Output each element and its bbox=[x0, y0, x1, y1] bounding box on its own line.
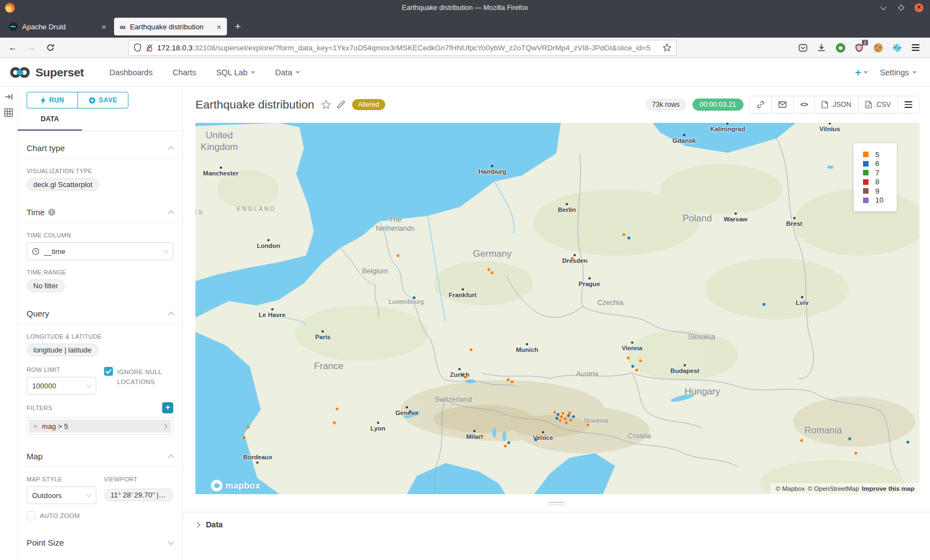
pocket-icon[interactable] bbox=[797, 42, 808, 53]
city-dot bbox=[267, 239, 270, 241]
section-map[interactable]: Map bbox=[27, 435, 173, 466]
edit-pencil-icon[interactable] bbox=[337, 100, 345, 109]
map-country-label: The Netherlands bbox=[376, 215, 415, 234]
time-column-select[interactable]: __time bbox=[27, 242, 173, 260]
earthquake-point bbox=[480, 435, 483, 438]
map-country-label: Germany bbox=[473, 248, 512, 260]
map-style-select[interactable]: Outdoors bbox=[27, 486, 96, 504]
remove-filter-icon[interactable]: × bbox=[33, 422, 38, 431]
tab-close-icon[interactable]: × bbox=[101, 23, 106, 31]
filter-chip[interactable]: × mag > 5 bbox=[29, 419, 171, 433]
earthquake-point bbox=[413, 297, 416, 299]
tab-close-icon[interactable]: × bbox=[216, 23, 221, 31]
lonlat-value[interactable]: longitude | latitude bbox=[27, 344, 98, 356]
back-button[interactable]: ← bbox=[6, 40, 20, 55]
earthquake-point bbox=[487, 268, 490, 271]
ignore-null-label: IGNORE NULL LOCATIONS bbox=[117, 367, 174, 387]
privacy-badger-extension-icon[interactable] bbox=[835, 42, 846, 53]
nav-item-charts[interactable]: Charts bbox=[163, 58, 206, 87]
view-query-button[interactable]: <> bbox=[794, 96, 815, 113]
favorite-star-icon[interactable] bbox=[321, 100, 331, 110]
section-query[interactable]: Query bbox=[27, 292, 173, 324]
osm-attribution-link[interactable]: © OpenStreetMap bbox=[808, 485, 859, 492]
improve-map-link[interactable]: Improve this map bbox=[862, 485, 914, 492]
panel-resize-handle[interactable] bbox=[548, 502, 565, 505]
bookmark-star-icon[interactable] bbox=[663, 43, 671, 52]
ublock-extension-icon[interactable]: 2 bbox=[854, 42, 865, 53]
legend-item[interactable]: 7 bbox=[863, 168, 897, 178]
map-country-label: Czechia bbox=[597, 298, 623, 307]
nav-item-dashboards[interactable]: Dashboards bbox=[99, 58, 162, 87]
viz-type-value[interactable]: deck.gl Scatterplot bbox=[27, 178, 99, 191]
new-tab-button[interactable]: + bbox=[229, 20, 246, 33]
filter-value: mag > 5 bbox=[42, 422, 68, 431]
new-item-button[interactable]: + bbox=[855, 66, 867, 79]
insecure-lock-icon[interactable] bbox=[146, 44, 153, 52]
section-point-size[interactable]: Point Size bbox=[27, 520, 173, 553]
chart-menu-button[interactable] bbox=[898, 96, 919, 113]
add-filter-button[interactable]: + bbox=[162, 402, 173, 413]
shield-icon[interactable] bbox=[133, 43, 142, 52]
auto-zoom-checkbox[interactable] bbox=[27, 511, 35, 520]
datasource-grid-icon[interactable] bbox=[4, 108, 13, 117]
chevron-right-icon[interactable] bbox=[162, 423, 168, 429]
mapbox-attribution-link[interactable]: © Mapbox bbox=[776, 485, 805, 492]
window-maximize-button[interactable] bbox=[897, 3, 906, 12]
export-json-button[interactable]: .JSON bbox=[815, 96, 859, 113]
export-button-group: <> .JSON .CSV bbox=[750, 96, 919, 113]
copy-link-button[interactable] bbox=[750, 96, 772, 113]
earthquake-point bbox=[397, 255, 400, 257]
ignore-null-checkbox[interactable] bbox=[104, 367, 113, 376]
cookie-extension-icon[interactable] bbox=[872, 42, 884, 53]
envelope-icon bbox=[778, 101, 787, 108]
legend-item[interactable]: 8 bbox=[863, 178, 897, 187]
deckgl-scatter-map[interactable]: United KingdomENGLANDESThe NetherlandsBe… bbox=[195, 123, 919, 494]
export-csv-button[interactable]: .CSV bbox=[859, 96, 898, 113]
lonlat-label: LONGITUDE & LATITUDE bbox=[27, 333, 173, 340]
mapbox-logo[interactable]: mapbox bbox=[211, 480, 260, 491]
viewport-value[interactable]: 11° 28' 29.70" | 50... bbox=[104, 489, 174, 501]
legend-swatch bbox=[863, 170, 869, 175]
time-column-label: TIME COLUMN bbox=[27, 232, 173, 238]
map-city-label: Lviv bbox=[796, 299, 809, 306]
browser-tab-apache-druid[interactable]: Apache Druid × bbox=[3, 18, 112, 35]
browser-tab-earthquake-distribution[interactable]: ∞ Earthquake distribution × bbox=[114, 18, 227, 35]
section-chart-type[interactable]: Chart type bbox=[27, 131, 173, 158]
section-time[interactable]: Timei bbox=[27, 191, 173, 222]
map-city-label: Brest bbox=[786, 220, 802, 227]
superset-logo[interactable]: Superset bbox=[9, 65, 84, 80]
time-column-value: __time bbox=[44, 247, 65, 256]
time-range-value[interactable]: No filter bbox=[27, 279, 65, 292]
city-dot bbox=[566, 203, 568, 205]
email-button[interactable] bbox=[772, 96, 794, 113]
nav-item-sql-lab[interactable]: SQL Lab bbox=[206, 58, 265, 87]
legend-item[interactable]: 5 bbox=[863, 150, 897, 159]
collapse-panel-icon[interactable] bbox=[4, 92, 13, 101]
tab-data[interactable]: DATA bbox=[18, 115, 82, 131]
legend-item[interactable]: 9 bbox=[863, 186, 897, 196]
reload-button[interactable] bbox=[43, 40, 58, 55]
map-city-label: Budapest bbox=[670, 367, 699, 374]
url-bar[interactable]: 172.18.0.3:32108/superset/explore/?form_… bbox=[128, 40, 676, 56]
window-minimize-button[interactable] bbox=[879, 3, 888, 12]
earthquake-point bbox=[632, 365, 634, 368]
run-button[interactable]: RUN bbox=[27, 92, 78, 108]
altered-badge[interactable]: Altered bbox=[352, 99, 385, 110]
url-path: :32108/superset/explore/?form_data_key=1… bbox=[193, 44, 650, 52]
row-limit-select[interactable]: 100000 bbox=[27, 377, 96, 395]
menu-icon[interactable] bbox=[910, 42, 921, 53]
section-title: Map bbox=[27, 452, 43, 461]
data-panel-header[interactable]: Data bbox=[183, 512, 930, 529]
save-button[interactable]: SAVE bbox=[78, 92, 129, 108]
map-country-label: Poland bbox=[683, 212, 712, 224]
pinwheel-extension-icon[interactable] bbox=[891, 42, 902, 53]
legend-item[interactable]: 10 bbox=[863, 196, 897, 205]
downloads-icon[interactable] bbox=[816, 42, 827, 53]
map-city-label: Gdansk bbox=[673, 137, 696, 144]
window-close-button[interactable]: × bbox=[914, 3, 923, 12]
forward-button[interactable]: → bbox=[24, 40, 39, 55]
nav-item-data[interactable]: Data bbox=[265, 58, 310, 87]
legend-item[interactable]: 6 bbox=[863, 159, 897, 169]
settings-menu[interactable]: Settings bbox=[880, 68, 917, 77]
brand-name: Superset bbox=[35, 66, 84, 79]
